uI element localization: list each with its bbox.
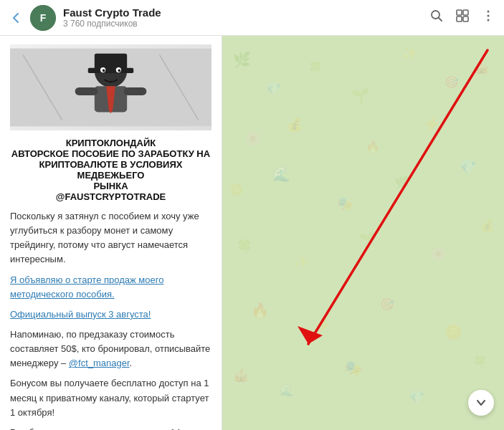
svg-text:🎪: 🎪 [473,59,490,75]
svg-text:🎯: 🎯 [444,75,459,89]
subscriber-count: 3 760 подписчиков [63,19,429,29]
release-link[interactable]: Официальный выпуск 3 августа! [10,309,151,320]
svg-point-2 [432,11,439,19]
svg-text:⚡: ⚡ [315,317,332,333]
svg-rect-3 [457,10,462,15]
chat-panel[interactable]: КРИПТОКЛОНДАЙК АВТОРСКОЕ ПОСОБИЕ ПО ЗАРА… [0,36,222,430]
message-title-block: КРИПТОКЛОНДАЙК АВТОРСКОЕ ПОСОБИЕ ПО ЗАРА… [10,138,211,202]
svg-text:🍀: 🍀 [308,61,323,75]
layout-icon[interactable] [455,9,470,27]
message-card: КРИПТОКЛОНДАЙК АВТОРСКОЕ ПОСОБИЕ ПО ЗАРА… [0,36,222,430]
svg-text:🍀: 🍀 [237,239,253,254]
svg-text:⚡: ⚡ [423,115,441,133]
svg-text:🔥: 🔥 [366,140,380,153]
title-line4: РЫНКА [10,181,211,191]
para-bonus: Бонусом вы получаете бесплатно доступ на… [10,376,211,419]
sale-link[interactable]: Я объявляю о старте продаж моего методич… [10,274,163,300]
more-menu-icon[interactable] [481,9,495,27]
channel-banner [10,44,211,130]
para-reservation: Все бронирования снимаются через 14 часо… [10,426,211,430]
svg-rect-19 [88,68,133,73]
svg-rect-5 [457,16,462,22]
svg-text:💎: 💎 [459,158,477,176]
svg-point-7 [488,11,490,13]
svg-text:🌊: 🌊 [272,166,290,183]
svg-point-24 [118,70,120,72]
search-icon[interactable] [429,9,444,27]
svg-text:🌱: 🌱 [351,87,369,104]
background-pattern: 🌿 💎 🍀 🌱 ✨ 🎯 🌸 💰 🔥 ⚡ 🎪 🪙 🌊 🎭 🌿 💎 🍀 ✨ 🌱 [222,36,504,430]
para-sale-announcement: Я объявляю о старте продаж моего методич… [10,273,211,302]
svg-text:🎪: 🎪 [233,368,249,383]
svg-text:🌸: 🌸 [244,130,262,147]
svg-text:🪙: 🪙 [444,323,462,340]
para-preorder: Напоминаю, по предзаказу стоимость соста… [10,328,211,371]
svg-point-23 [103,70,105,72]
svg-text:🌸: 🌸 [430,246,447,262]
para-release-date: Официальный выпуск 3 августа! [10,307,211,322]
svg-text:F: F [40,12,47,24]
svg-text:💰: 💰 [287,117,303,133]
title-line1: КРИПТОКЛОНДАЙК [10,138,211,148]
svg-text:✨: ✨ [401,45,418,61]
main-content: КРИПТОКЛОНДАЙК АВТОРСКОЕ ПОСОБИЕ ПО ЗАРА… [0,36,504,430]
channel-username: @FAUSTCRYPTOTRADE [10,191,211,202]
svg-rect-15 [124,87,147,95]
para-intro: Поскольку я затянул с пособием и хочу уж… [10,209,211,267]
svg-rect-4 [463,10,468,15]
svg-text:💰: 💰 [480,219,495,232]
svg-text:🌿: 🌿 [394,176,409,189]
svg-text:✨: ✨ [294,254,308,268]
channel-avatar: F [30,5,56,31]
svg-point-9 [488,19,490,22]
preorder-text-end: . [130,358,133,368]
background-panel: 🌿 💎 🍀 🌱 ✨ 🎯 🌸 💰 🔥 ⚡ 🎪 🪙 🌊 🎭 🌿 💎 🍀 ✨ 🌱 [222,36,504,430]
manager-link[interactable]: @fct_manager [69,358,130,368]
svg-text:💎: 💎 [265,81,282,97]
svg-text:🌊: 🌊 [280,383,294,397]
svg-text:🌿: 🌿 [233,51,251,68]
svg-text:🪙: 🪙 [229,183,244,196]
svg-text:💎: 💎 [409,389,425,405]
svg-rect-14 [75,87,98,95]
svg-text:🍀: 🍀 [473,355,488,368]
title-line2: АВТОРСКОЕ ПОСОБИЕ ПО ЗАРАБОТКУ НА [10,148,211,159]
channel-title: Faust Crypto Trade [63,6,429,19]
svg-text:🔥: 🔥 [251,302,269,319]
scroll-down-button[interactable] [468,390,494,416]
svg-text:🎭: 🎭 [344,359,362,376]
header: F Faust Crypto Trade 3 760 подписчиков [0,0,504,36]
svg-text:🌱: 🌱 [358,230,376,247]
channel-info: Faust Crypto Trade 3 760 подписчиков [63,6,429,29]
svg-text:🎯: 🎯 [380,297,394,311]
svg-rect-6 [463,16,468,22]
title-line3: КРИПТОВАЛЮТЕ В УСЛОВИЯХ МЕДВЕЖЬЕГО [10,159,211,181]
svg-point-8 [488,15,490,17]
header-actions [429,9,495,27]
svg-text:🎭: 🎭 [337,196,353,211]
back-button[interactable] [9,11,23,25]
